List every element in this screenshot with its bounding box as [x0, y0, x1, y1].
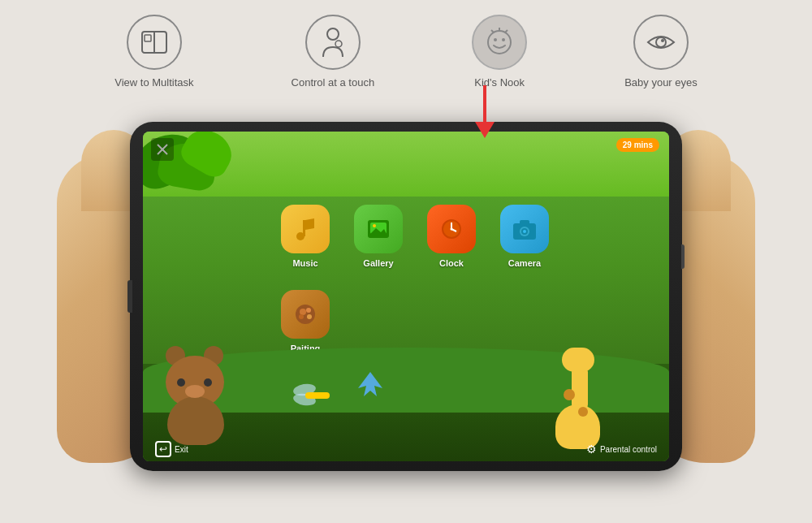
- giraffe-spot-2: [578, 407, 588, 417]
- bear-eye-left: [177, 378, 185, 387]
- giraffe-character: [547, 352, 620, 449]
- clock-app-label: Clock: [439, 258, 464, 268]
- svg-point-7: [502, 38, 505, 41]
- svg-point-3: [327, 28, 339, 40]
- svg-point-12: [661, 39, 664, 42]
- person-gesture-icon: [317, 26, 349, 58]
- parental-icon-topleft: [151, 138, 174, 161]
- svg-rect-2: [145, 35, 151, 41]
- dragonfly-body: [305, 392, 330, 399]
- control-touch-icon-circle: [305, 15, 361, 70]
- svg-point-32: [306, 308, 311, 313]
- dragonfly-character: [289, 384, 330, 408]
- parental-control-label: Parental control: [600, 445, 657, 454]
- svg-point-11: [656, 37, 666, 47]
- svg-rect-16: [303, 220, 305, 236]
- view-multitask-label: View to Multitask: [114, 76, 193, 89]
- feature-baby-eyes[interactable]: Baby your eyes: [624, 15, 698, 89]
- svg-point-30: [296, 305, 315, 324]
- svg-line-9: [505, 30, 508, 32]
- giraffe-head: [562, 348, 594, 372]
- baby-eyes-icon-circle: [633, 15, 689, 70]
- svg-line-10: [491, 30, 494, 32]
- app-music[interactable]: Music: [273, 205, 338, 278]
- kids-nook-icon-circle: [472, 15, 527, 70]
- screen-bottom-bar: ↩ Exit ⚙ Parental control: [143, 437, 669, 461]
- tablet-body: HUAWEI 29 mins: [130, 122, 682, 471]
- smiley-face-icon: [483, 26, 516, 58]
- camera-app-label: Camera: [508, 258, 541, 268]
- eye-icon: [645, 26, 677, 58]
- power-button[interactable]: [681, 244, 685, 269]
- exit-icon: ↩: [155, 441, 171, 457]
- timer-badge: 29 mins: [616, 138, 659, 152]
- bear-character: [159, 364, 248, 445]
- kids-nook-arrow: [475, 85, 495, 138]
- music-app-label: Music: [292, 258, 317, 268]
- split-screen-icon: [139, 27, 170, 58]
- view-multitask-icon-circle: [127, 15, 182, 70]
- gear-icon: ⚙: [586, 443, 597, 456]
- feature-control-touch[interactable]: Control at a touch: [292, 15, 375, 89]
- gallery-app-label: Gallery: [363, 258, 393, 268]
- music-app-icon: [281, 205, 330, 253]
- svg-point-19: [373, 224, 376, 227]
- exit-label: Exit: [175, 445, 188, 454]
- svg-point-28: [523, 230, 526, 233]
- camera-app-icon: [500, 205, 549, 253]
- exit-button[interactable]: ↩ Exit: [155, 441, 188, 457]
- feature-view-multitask[interactable]: View to Multitask: [114, 15, 193, 89]
- svg-point-5: [488, 31, 511, 54]
- app-camera[interactable]: Camera: [492, 205, 557, 278]
- svg-point-4: [335, 41, 342, 47]
- svg-rect-29: [520, 220, 529, 225]
- bird-character: [354, 368, 387, 400]
- features-row: View to Multitask Control at a touch Kid: [0, 0, 812, 89]
- feature-kids-nook[interactable]: Kid's Nook: [472, 15, 527, 89]
- app-clock[interactable]: Clock: [419, 205, 484, 278]
- clock-app-icon: [427, 205, 476, 253]
- svg-point-34: [307, 314, 312, 319]
- home-button[interactable]: [127, 280, 132, 313]
- baby-eyes-label: Baby your eyes: [624, 76, 698, 89]
- svg-point-6: [494, 38, 497, 41]
- kids-nook-screen: 29 mins Music: [143, 132, 669, 461]
- app-gallery[interactable]: Gallery: [346, 205, 411, 278]
- tablet-scene: HUAWEI 29 mins: [57, 106, 755, 512]
- gallery-app-icon: [354, 205, 403, 253]
- svg-marker-35: [358, 372, 382, 396]
- apps-grid: Music Gallery Clock: [273, 205, 557, 363]
- svg-point-31: [300, 309, 306, 315]
- svg-point-24: [451, 228, 453, 231]
- painting-app-icon: [281, 290, 330, 339]
- bear-eye-right: [204, 378, 212, 387]
- parental-control-button[interactable]: ⚙ Parental control: [586, 443, 657, 456]
- tablet-screen: 29 mins Music: [143, 132, 669, 461]
- svg-point-33: [299, 314, 304, 319]
- giraffe-spot-1: [564, 389, 575, 400]
- control-touch-label: Control at a touch: [292, 76, 375, 89]
- bear-nose: [185, 385, 205, 398]
